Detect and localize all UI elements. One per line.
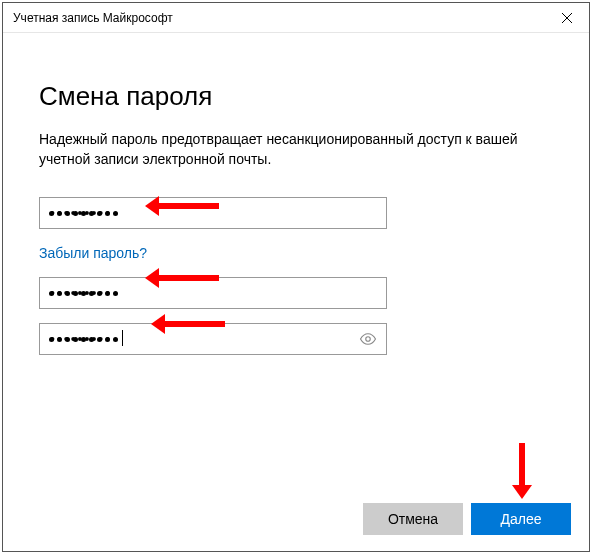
confirm-password-row	[39, 323, 553, 355]
page-heading: Смена пароля	[39, 81, 553, 112]
next-button[interactable]: Далее	[471, 503, 571, 535]
reveal-password-icon[interactable]	[359, 330, 377, 352]
new-password-row	[39, 277, 553, 309]
current-password-row	[39, 197, 553, 229]
svg-point-2	[366, 337, 371, 342]
forgot-password-link[interactable]: Забыли пароль?	[39, 245, 147, 261]
window-title: Учетная запись Майкрософт	[13, 11, 544, 25]
description-text: Надежный пароль предотвращает несанкцион…	[39, 130, 553, 169]
dialog-window: Учетная запись Майкрософт Смена пароля Н…	[2, 2, 590, 552]
close-icon	[562, 13, 572, 23]
current-password-input[interactable]	[39, 197, 387, 229]
titlebar: Учетная запись Майкрософт	[3, 3, 589, 33]
new-password-input[interactable]	[39, 277, 387, 309]
cancel-button[interactable]: Отмена	[363, 503, 463, 535]
close-button[interactable]	[544, 3, 589, 33]
content-area: Смена пароля Надежный пароль предотвраща…	[3, 33, 589, 355]
confirm-password-input[interactable]	[39, 323, 387, 355]
arrow-annotation-next	[519, 443, 525, 485]
footer-buttons: Отмена Далее	[363, 503, 571, 535]
